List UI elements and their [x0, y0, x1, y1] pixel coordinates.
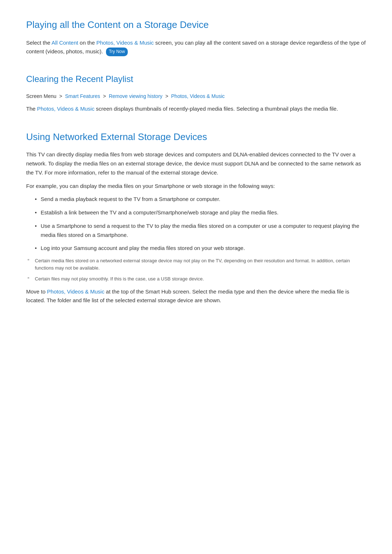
breadcrumb-separator-1: >: [59, 93, 64, 99]
breadcrumb-screen-menu: Screen Menu: [26, 93, 56, 99]
link-photos-videos-music-1[interactable]: Photos, Videos & Music: [96, 40, 154, 46]
breadcrumb-remove-viewing-history[interactable]: Remove viewing history: [109, 93, 163, 99]
breadcrumb-separator-3: >: [165, 93, 170, 99]
paragraph-networked-2: For example, you can display the media f…: [26, 182, 366, 191]
section-title-networked: Using Networked External Storage Devices: [26, 127, 366, 145]
link-all-content[interactable]: All Content: [52, 40, 78, 46]
list-item-4: Log into your Samsung account and play t…: [35, 244, 366, 253]
paragraph-networked-3: Move to Photos, Videos & Music at the to…: [26, 287, 366, 305]
paragraph-playing: Select the All Content on the Photos, Vi…: [26, 38, 366, 57]
link-photos-videos-music-2[interactable]: Photos, Videos & Music: [37, 106, 94, 112]
paragraph-clearing: The Photos, Videos & Music screen displa…: [26, 104, 366, 114]
paragraph-networked-1: This TV can directly display media files…: [26, 150, 366, 177]
note-list-networked: Certain media files stored on a networke…: [26, 257, 366, 283]
section-networked-storage: Using Networked External Storage Devices…: [26, 127, 366, 305]
try-now-button[interactable]: Try Now: [106, 48, 128, 56]
section-clearing-playlist: Clearing the Recent Playlist Screen Menu…: [26, 69, 366, 114]
list-item-1: Send a media playback request to the TV …: [35, 195, 366, 204]
link-photos-videos-music-3[interactable]: Photos, Videos & Music: [47, 288, 105, 295]
bullet-list-networked: Send a media playback request to the TV …: [26, 195, 366, 253]
section-title-playing: Playing all the Content on a Storage Dev…: [26, 15, 366, 33]
breadcrumb-separator-2: >: [103, 93, 107, 99]
list-item-2: Establish a link between the TV and a co…: [35, 208, 366, 217]
list-item-3: Use a Smartphone to send a request to th…: [35, 222, 366, 240]
breadcrumb-photos-videos-music[interactable]: Photos, Videos & Music: [171, 93, 225, 99]
breadcrumb-smart-features[interactable]: Smart Features: [65, 93, 100, 99]
breadcrumb-clearing: Screen Menu > Smart Features > Remove vi…: [26, 92, 366, 100]
note-item-1: Certain media files stored on a networke…: [26, 257, 366, 272]
page-content: Playing all the Content on a Storage Dev…: [26, 15, 366, 305]
section-title-clearing: Clearing the Recent Playlist: [26, 69, 366, 86]
section-playing-all-content: Playing all the Content on a Storage Dev…: [26, 15, 366, 56]
note-item-2: Certain files may not play smoothly. If …: [26, 275, 366, 283]
